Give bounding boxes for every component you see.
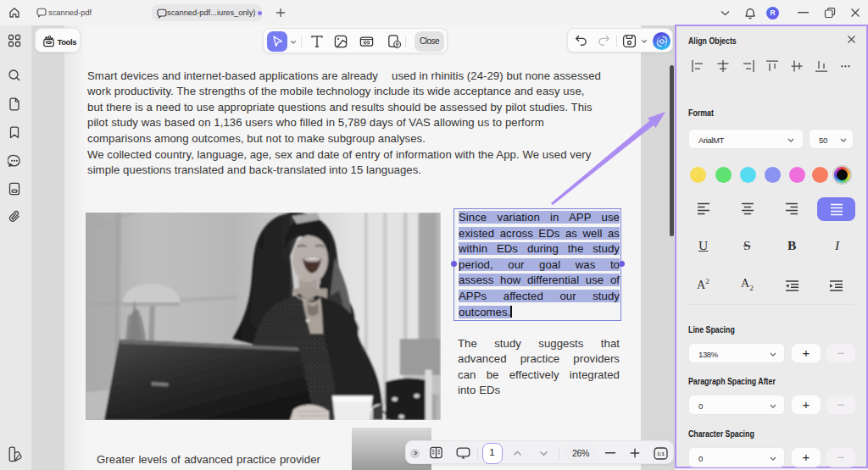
svg-text:1:1: 1:1 (657, 451, 665, 456)
